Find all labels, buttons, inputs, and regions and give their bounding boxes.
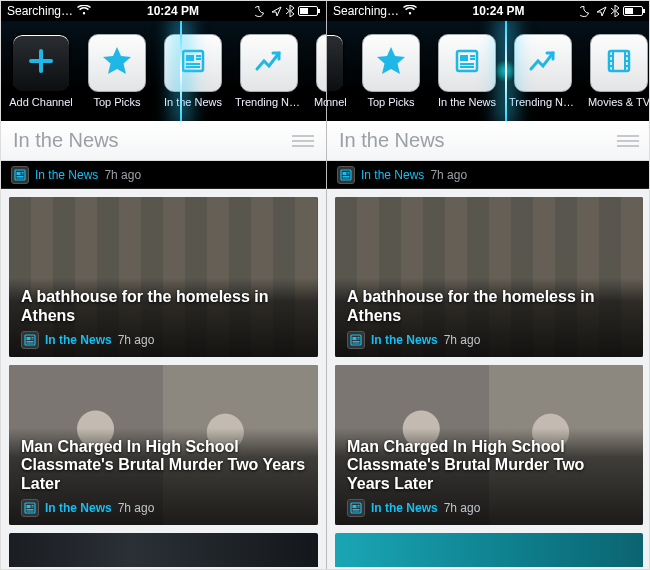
source-label: In the News xyxy=(45,333,112,347)
plus-icon xyxy=(27,47,55,79)
source-label: In the News xyxy=(361,168,424,182)
age-label: 7h ago xyxy=(118,333,155,347)
age-label: 7h ago xyxy=(104,168,141,182)
channel-label: Trending Now xyxy=(509,96,577,108)
clock: 10:24 PM xyxy=(473,4,525,18)
article-card[interactable]: Man Charged In High School Classmate's B… xyxy=(9,365,318,525)
section-title: In the News xyxy=(339,129,445,152)
channel-label: In the News xyxy=(438,96,496,108)
feed[interactable]: In the News 7h ago A bathhouse for the h… xyxy=(327,161,650,570)
article-card[interactable]: A bathhouse for the homeless in Athens I… xyxy=(9,197,318,357)
channel-bar[interactable]: Add Channel Top Picks In the News Trendi… xyxy=(1,21,326,121)
location-arrow-icon xyxy=(271,6,282,17)
svg-rect-23 xyxy=(353,505,357,508)
age-label: 7h ago xyxy=(444,501,481,515)
source-label: In the News xyxy=(371,501,438,515)
channel-label: Top Picks xyxy=(93,96,140,108)
channel-in-the-news[interactable]: In the News xyxy=(159,34,227,108)
add-channel-label: Add Channel xyxy=(9,96,73,108)
star-icon xyxy=(374,44,408,82)
channel-trending-now[interactable]: Trending Now xyxy=(235,34,303,108)
trending-icon xyxy=(527,45,559,81)
section-header: In the News xyxy=(1,121,326,161)
article-card[interactable]: A bathhouse for the homeless in Athens I… xyxy=(335,197,643,357)
film-icon xyxy=(604,46,634,80)
feed[interactable]: In the News 7h ago A bathhouse for the h… xyxy=(1,161,326,570)
add-channel-tile-partial[interactable]: Add Channel xyxy=(327,34,349,108)
screen-a: Searching… 10:24 PM Add Channel xyxy=(1,1,326,570)
channel-trending-now[interactable]: Trending Now xyxy=(509,34,577,108)
source-label: In the News xyxy=(371,333,438,347)
newspaper-icon xyxy=(347,499,365,517)
newspaper-icon xyxy=(11,166,29,184)
plus-icon xyxy=(327,47,329,79)
svg-rect-7 xyxy=(17,172,21,175)
channel-bar[interactable]: Add Channel Top Picks In the News Trendi… xyxy=(327,21,650,121)
article-headline: A bathhouse for the homeless in Athens xyxy=(347,288,631,325)
svg-rect-4 xyxy=(186,55,194,61)
svg-rect-16 xyxy=(460,55,468,61)
add-channel-tile[interactable]: Add Channel xyxy=(7,34,75,108)
svg-rect-14 xyxy=(625,8,633,14)
newspaper-icon xyxy=(337,166,355,184)
section-title: In the News xyxy=(13,129,119,152)
article-card-partial[interactable] xyxy=(335,533,643,567)
svg-rect-2 xyxy=(300,8,308,14)
battery-icon xyxy=(623,6,645,16)
bluetooth-icon xyxy=(611,5,619,17)
svg-rect-13 xyxy=(643,9,645,13)
menu-icon[interactable] xyxy=(292,135,314,147)
channel-label: Top Picks xyxy=(367,96,414,108)
article-card-partial[interactable] xyxy=(9,533,318,567)
location-arrow-icon xyxy=(596,6,607,17)
status-bar: Searching… 10:24 PM xyxy=(1,1,326,21)
add-channel-label: Add Channel xyxy=(327,96,347,108)
newspaper-icon xyxy=(452,46,482,80)
newspaper-icon xyxy=(178,46,208,80)
moon-icon xyxy=(580,5,592,17)
svg-rect-21 xyxy=(353,337,357,340)
wifi-icon xyxy=(403,4,417,18)
carrier-text: Searching… xyxy=(7,4,73,18)
newspaper-icon xyxy=(21,331,39,349)
age-label: 7h ago xyxy=(430,168,467,182)
feed-meta-strip[interactable]: In the News 7h ago xyxy=(327,161,650,189)
section-header: In the News xyxy=(327,121,650,161)
svg-rect-1 xyxy=(318,9,320,13)
moon-icon xyxy=(255,5,267,17)
svg-rect-9 xyxy=(27,337,31,340)
screen-b: Searching… 10:24 PM Add Channel xyxy=(326,1,650,570)
channel-label: Movies & TV xyxy=(588,96,650,108)
star-icon xyxy=(100,44,134,82)
bluetooth-icon xyxy=(286,5,294,17)
article-headline: Man Charged In High School Classmate's B… xyxy=(21,438,306,493)
channel-top-picks[interactable]: Top Picks xyxy=(83,34,151,108)
source-label: In the News xyxy=(45,501,112,515)
status-bar: Searching… 10:24 PM xyxy=(327,1,650,21)
svg-rect-19 xyxy=(343,172,347,175)
channel-label: In the News xyxy=(164,96,222,108)
trending-icon xyxy=(253,45,285,81)
channel-in-the-news[interactable]: In the News xyxy=(433,34,501,108)
newspaper-icon xyxy=(347,331,365,349)
newspaper-icon xyxy=(21,499,39,517)
channel-label: Trending Now xyxy=(235,96,303,108)
menu-icon[interactable] xyxy=(617,135,639,147)
channel-movies-tv[interactable]: Movies & TV xyxy=(585,34,650,108)
article-headline: A bathhouse for the homeless in Athens xyxy=(21,288,306,325)
svg-rect-11 xyxy=(27,505,31,508)
clock: 10:24 PM xyxy=(147,4,199,18)
article-headline: Man Charged In High School Classmate's B… xyxy=(347,438,631,493)
battery-icon xyxy=(298,6,320,16)
carrier-text: Searching… xyxy=(333,4,399,18)
age-label: 7h ago xyxy=(444,333,481,347)
article-card[interactable]: Man Charged In High School Classmate's B… xyxy=(335,365,643,525)
source-label: In the News xyxy=(35,168,98,182)
wifi-icon xyxy=(77,4,91,18)
feed-meta-strip[interactable]: In the News 7h ago xyxy=(1,161,326,189)
age-label: 7h ago xyxy=(118,501,155,515)
channel-label: Movies & TV xyxy=(314,96,326,108)
channel-movies-tv-partial[interactable]: Movies & TV xyxy=(311,34,326,108)
channel-top-picks[interactable]: Top Picks xyxy=(357,34,425,108)
